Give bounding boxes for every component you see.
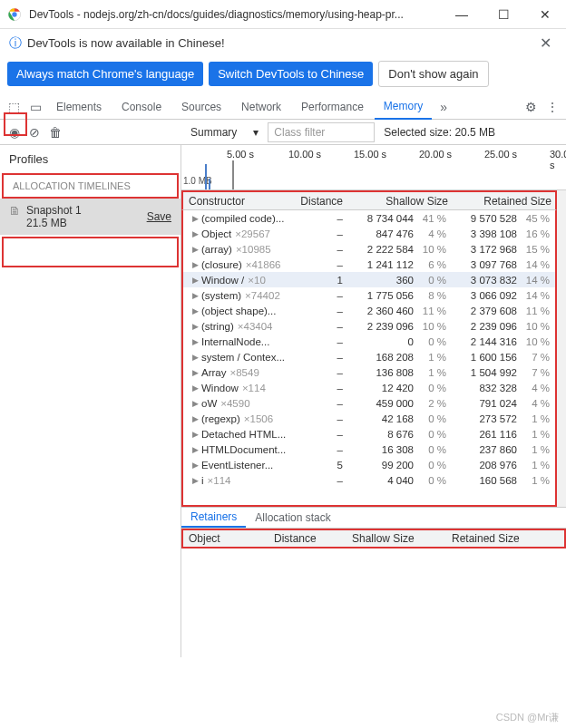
chrome-logo-icon <box>7 7 22 22</box>
maximize-button[interactable]: ☐ <box>483 0 524 29</box>
table-row[interactable]: ▶(object shape)...–2 360 46011 %2 379 60… <box>183 303 555 318</box>
always-match-button[interactable]: Always match Chrome's language <box>7 62 203 86</box>
allocation-timeline[interactable]: 5.00 s 10.00 s 15.00 s 20.00 s 25.00 s 3… <box>181 145 566 190</box>
col-constructor[interactable]: Constructor <box>183 195 292 208</box>
expand-icon[interactable]: ▶ <box>192 322 199 331</box>
chevron-down-icon: ▾ <box>253 126 259 139</box>
notice-text: DevTools is now available in Chinese! <box>27 36 529 50</box>
expand-icon[interactable]: ▶ <box>192 368 199 377</box>
snapshot-item[interactable]: 🗎 Snapshot 1 21.5 MB Save <box>0 199 181 235</box>
col-shallow[interactable]: Shallow Size <box>348 195 452 208</box>
expand-icon[interactable]: ▶ <box>192 476 199 485</box>
switch-devtools-button[interactable]: Switch DevTools to Chinese <box>209 62 373 86</box>
tab-elements[interactable]: Elements <box>47 94 111 120</box>
tick: 30.00 s <box>550 149 566 170</box>
tick: 25.00 s <box>484 149 517 160</box>
table-row[interactable]: ▶InternalNode...–00 %2 144 31610 % <box>183 334 555 349</box>
close-button[interactable]: ✕ <box>524 0 566 29</box>
expand-icon[interactable]: ▶ <box>192 245 199 254</box>
tab-sources[interactable]: Sources <box>172 94 230 120</box>
language-notice: ⓘ DevTools is now available in Chinese! … <box>0 29 566 57</box>
view-dropdown[interactable]: Summary ▾ <box>187 124 262 141</box>
class-filter-input[interactable]: Class filter <box>268 122 375 142</box>
tab-network[interactable]: Network <box>232 94 290 120</box>
info-icon: ⓘ <box>9 35 22 52</box>
annotation-box <box>2 237 179 267</box>
table-row[interactable]: ▶(closure)×41866–1 241 1126 %3 097 76814… <box>183 257 555 272</box>
allocation-timelines-header: ALLOCATION TIMELINES <box>2 173 179 199</box>
watermark: CSDN @Mr谦 <box>496 711 559 724</box>
view-label: Summary <box>190 126 237 139</box>
table-row[interactable]: ▶Window /×1013600 %3 073 83214 % <box>183 272 555 287</box>
tab-performance[interactable]: Performance <box>292 94 373 120</box>
col-ret-distance[interactable]: Distance <box>274 532 352 545</box>
table-row[interactable]: ▶oW×4590–459 0002 %791 0244 % <box>183 395 555 411</box>
device-icon[interactable]: ▭ <box>25 100 45 114</box>
table-row[interactable]: ▶(regexp)×1506–42 1680 %273 5721 % <box>183 411 555 426</box>
col-ret-shallow[interactable]: Shallow Size <box>352 532 452 545</box>
table-row[interactable]: ▶Array×8549–136 8081 %1 504 9927 % <box>183 364 555 380</box>
retainers-body <box>181 548 566 657</box>
save-link[interactable]: Save <box>147 210 171 223</box>
table-row[interactable]: ▶Object×29567–847 4764 %3 398 10816 % <box>183 226 555 241</box>
expand-icon[interactable]: ▶ <box>192 399 199 408</box>
tab-allocation-stack[interactable]: Allocation stack <box>246 508 339 528</box>
col-distance[interactable]: Distance <box>292 195 348 208</box>
tick: 20.00 s <box>419 149 452 160</box>
expand-icon[interactable]: ▶ <box>192 214 199 223</box>
annotation-box <box>4 112 27 136</box>
expand-icon[interactable]: ▶ <box>192 414 199 423</box>
profiles-header: Profiles <box>0 145 181 173</box>
tick: 10.00 s <box>288 149 321 160</box>
table-row[interactable]: ▶(array)×10985–2 222 58410 %3 172 96815 … <box>183 241 555 257</box>
expand-icon[interactable]: ▶ <box>192 430 199 439</box>
col-ret-retained[interactable]: Retained Size <box>452 532 551 545</box>
expand-icon[interactable]: ▶ <box>192 445 199 454</box>
expand-icon[interactable]: ▶ <box>192 306 199 315</box>
table-row[interactable]: ▶(string)×43404–2 239 09610 %2 239 09610… <box>183 318 555 334</box>
table-row[interactable]: ▶(compiled code)...–8 734 04441 %9 570 5… <box>183 210 555 226</box>
expand-icon[interactable]: ▶ <box>192 461 199 470</box>
table-row[interactable]: ▶Detached HTML...–8 6760 %261 1161 % <box>183 426 555 442</box>
panel-tabbar: ⬚ ▭ Elements Console Sources Network Per… <box>0 94 566 120</box>
snapshot-icon: 🗎 <box>9 204 21 218</box>
heap-table-header: Constructor Distance Shallow Size Retain… <box>181 190 557 210</box>
delete-icon[interactable]: 🗑 <box>49 125 62 140</box>
selected-size-label: Selected size: 20.5 MB <box>384 126 495 139</box>
memory-toolbar: ◉ ⊘ 🗑 Summary ▾ Class filter Selected si… <box>0 120 566 145</box>
expand-icon[interactable]: ▶ <box>192 229 199 238</box>
expand-icon[interactable]: ▶ <box>192 291 199 300</box>
table-row[interactable]: ▶(system)×74402–1 775 0568 %3 066 09214 … <box>183 287 555 303</box>
table-row[interactable]: ▶Window×114–12 4200 %832 3284 % <box>183 380 555 395</box>
clear-icon[interactable]: ⊘ <box>29 125 40 140</box>
heap-table-body[interactable]: ▶(compiled code)...–8 734 04441 %9 570 5… <box>181 210 557 507</box>
more-tabs-icon[interactable]: » <box>434 100 454 114</box>
expand-icon[interactable]: ▶ <box>192 276 199 285</box>
expand-icon[interactable]: ▶ <box>192 260 199 269</box>
tab-memory[interactable]: Memory <box>375 94 432 120</box>
tab-console[interactable]: Console <box>112 94 171 120</box>
scrollbar[interactable] <box>557 190 566 507</box>
tab-retainers[interactable]: Retainers <box>181 508 246 528</box>
expand-icon[interactable]: ▶ <box>192 337 199 346</box>
expand-icon[interactable]: ▶ <box>192 383 199 393</box>
window-title: DevTools - nodejs.org/zh-cn/docs/guides/… <box>29 8 441 21</box>
allocation-bar <box>205 164 207 189</box>
minimize-button[interactable]: — <box>441 0 483 29</box>
kebab-icon[interactable]: ⋮ <box>542 100 562 114</box>
col-object[interactable]: Object <box>183 532 274 545</box>
retainers-header: Object Distance Shallow Size Retained Si… <box>181 529 566 548</box>
table-row[interactable]: ▶HTMLDocument...–16 3080 %237 8601 % <box>183 442 555 457</box>
notice-close-button[interactable]: ✕ <box>534 34 557 52</box>
dont-show-button[interactable]: Don't show again <box>378 61 488 87</box>
svg-point-1 <box>12 12 16 16</box>
expand-icon[interactable]: ▶ <box>192 353 199 362</box>
settings-icon[interactable]: ⚙ <box>521 100 541 114</box>
snapshot-name: Snapshot 1 <box>26 204 82 217</box>
table-row[interactable]: ▶EventListener...599 2000 %208 9761 % <box>183 457 555 472</box>
table-row[interactable]: ▶system / Contex...–168 2081 %1 600 1567… <box>183 349 555 364</box>
profiles-sidebar: Profiles ALLOCATION TIMELINES 🗎 Snapshot… <box>0 145 181 657</box>
table-row[interactable]: ▶i×114–4 0400 %160 5681 % <box>183 472 555 488</box>
col-retained[interactable]: Retained Size <box>452 195 555 208</box>
allocation-bar <box>232 160 234 189</box>
